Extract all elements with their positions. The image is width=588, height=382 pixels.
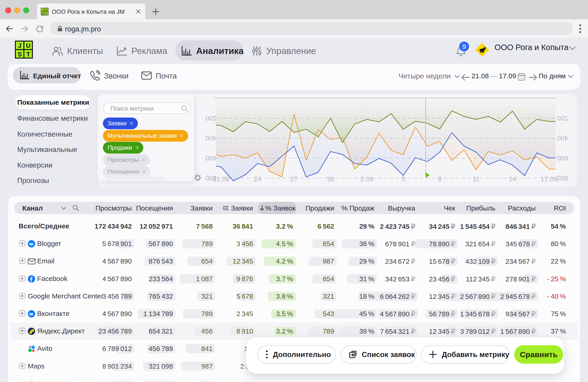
svg-text:11: 11 xyxy=(473,175,480,183)
svg-text:8: 8 xyxy=(438,175,441,183)
svg-text:400: 400 xyxy=(557,135,568,142)
svg-text:400: 400 xyxy=(205,135,216,142)
svg-text:S: S xyxy=(18,51,22,58)
svg-text:T: T xyxy=(26,51,30,58)
svg-text:27: 27 xyxy=(290,175,298,183)
svg-text:T: T xyxy=(46,12,47,15)
svg-text:5: 5 xyxy=(401,175,405,183)
svg-text:J: J xyxy=(42,8,44,12)
svg-text:24: 24 xyxy=(254,175,261,183)
svg-text:600: 600 xyxy=(205,155,216,162)
svg-text:2.09: 2.09 xyxy=(360,175,373,183)
svg-text:30: 30 xyxy=(327,175,334,183)
svg-text:200: 200 xyxy=(557,115,568,122)
svg-text:U: U xyxy=(45,8,47,12)
svg-text:J: J xyxy=(18,42,21,49)
svg-text:S: S xyxy=(42,12,44,15)
svg-text:U: U xyxy=(26,42,31,49)
svg-text:14: 14 xyxy=(509,175,516,183)
svg-text:600: 600 xyxy=(557,155,568,162)
svg-text:800: 800 xyxy=(557,175,568,182)
svg-text:17.09: 17.09 xyxy=(541,175,557,183)
svg-text:200: 200 xyxy=(205,115,216,122)
svg-text:21.08: 21.08 xyxy=(213,175,230,183)
